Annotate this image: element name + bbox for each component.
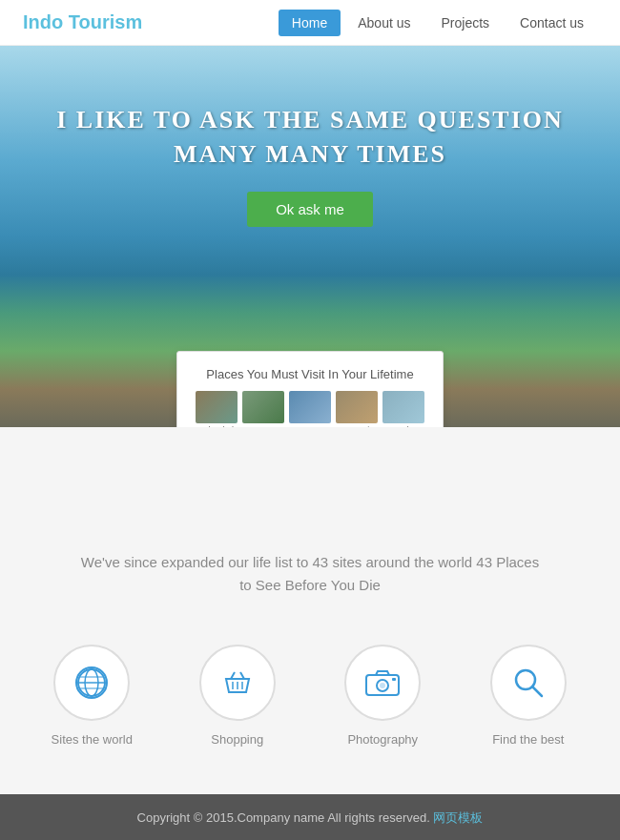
feature-item-photography[interactable]: Photography (325, 645, 440, 747)
logo-suffix: Tourism (63, 11, 142, 32)
places-grid: AzheekalOotyMunnarHumpiKovalamKuttanadTh… (195, 391, 425, 427)
footer-link[interactable]: 网页模板 (433, 810, 483, 825)
hero-section: I Like To Ask The Same Question Many Man… (0, 46, 620, 427)
feature-label: Shopping (211, 732, 263, 747)
place-item[interactable]: Munnar (288, 391, 331, 427)
feature-label: Photography (347, 732, 418, 747)
feature-item-find-best[interactable]: Find the best (471, 645, 586, 747)
place-thumbnail (196, 391, 238, 423)
place-label: Humpi (344, 425, 369, 427)
place-label: Ooty (254, 425, 272, 427)
place-label: Azheekal (198, 425, 234, 427)
places-card: Places You Must Visit In Your Lifetime A… (176, 351, 444, 427)
footer-text: Copyright © 2015.Company name All rights… (137, 810, 430, 825)
features-section: Sites the world Shopping Photography Fin… (0, 616, 620, 794)
place-thumbnail (382, 391, 424, 423)
footer: Copyright © 2015.Company name All rights… (0, 794, 620, 840)
description-section: We've since expanded our life list to 43… (0, 522, 620, 616)
svg-line-14 (532, 686, 542, 696)
camera-icon (344, 645, 421, 721)
nav-item-home[interactable]: Home (279, 10, 341, 36)
description-text: We've since expanded our life list to 43… (76, 551, 544, 597)
svg-point-11 (380, 683, 385, 688)
svg-rect-12 (392, 678, 396, 681)
place-thumbnail (242, 391, 284, 423)
place-label: Munnar (296, 425, 325, 427)
nav-item-contact-us[interactable]: Contact us (506, 10, 597, 36)
hero-button[interactable]: Ok ask me (247, 192, 373, 227)
feature-item-shopping[interactable]: Shopping (180, 645, 295, 747)
places-card-title: Places You Must Visit In Your Lifetime (195, 367, 425, 381)
basket-icon (199, 645, 276, 721)
hero-headline: I Like To Ask The Same Question Many Man… (0, 103, 620, 173)
search-icon (490, 645, 567, 721)
place-item[interactable]: Ooty (241, 391, 284, 427)
place-thumbnail (336, 391, 378, 423)
nav-item-projects[interactable]: Projects (427, 10, 503, 36)
nav-item-about-us[interactable]: About us (344, 10, 424, 36)
main-nav: HomeAbout usProjectsContact us (279, 10, 597, 36)
globe-icon (53, 645, 130, 721)
feature-label: Find the best (492, 732, 564, 747)
place-thumbnail (289, 391, 331, 423)
place-item[interactable]: Humpi (336, 391, 379, 427)
place-item[interactable]: Kovalam (382, 391, 425, 427)
place-label: Kovalam (387, 425, 421, 427)
place-item[interactable]: Azheekal (195, 391, 238, 427)
header: Indo Tourism HomeAbout usProjectsContact… (0, 0, 620, 46)
feature-label: Sites the world (52, 732, 133, 747)
logo-brand: Indo (23, 11, 63, 32)
feature-item-sites-world[interactable]: Sites the world (34, 645, 149, 747)
logo: Indo Tourism (23, 11, 142, 33)
hero-spacer (0, 427, 620, 522)
